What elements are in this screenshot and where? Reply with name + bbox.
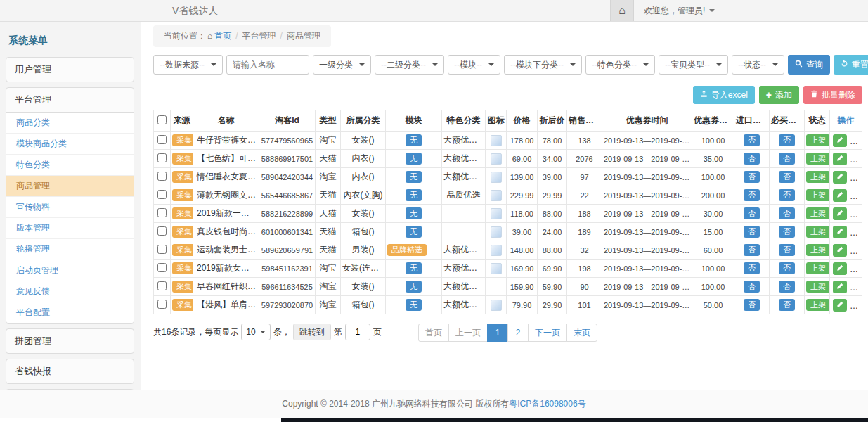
must-buy-toggle[interactable]: 否 (779, 171, 795, 184)
import-select-toggle[interactable]: 否 (744, 226, 760, 238)
jump-page-input[interactable] (345, 324, 370, 340)
home-button[interactable]: ⌂ (610, 0, 634, 21)
sidebar-subitem-3[interactable]: 商品管理 (6, 176, 134, 197)
import-select-toggle[interactable]: 否 (744, 244, 760, 257)
row-checkbox[interactable] (157, 281, 167, 290)
row-checkbox[interactable] (157, 263, 167, 272)
sidebar-subitem-1[interactable]: 模块商品分类 (6, 134, 134, 155)
breadcrumb-home-link[interactable]: 首页 (214, 31, 231, 41)
import-select-toggle[interactable]: 否 (744, 299, 760, 312)
search-button[interactable]: 查询 (788, 55, 830, 75)
status-toggle[interactable]: 上架 (806, 281, 830, 293)
must-buy-toggle[interactable]: 否 (779, 153, 795, 165)
import-select-toggle[interactable]: 否 (744, 262, 760, 275)
edit-button[interactable] (833, 262, 847, 275)
pager-item-2[interactable]: 1 (487, 324, 508, 342)
import-select-toggle[interactable]: 否 (744, 134, 760, 147)
row-checkbox[interactable] (157, 172, 167, 181)
status-toggle[interactable]: 上架 (806, 134, 830, 147)
row-checkbox[interactable] (157, 190, 167, 199)
must-buy-toggle[interactable]: 否 (779, 207, 795, 220)
import-select-toggle[interactable]: 否 (744, 281, 760, 293)
sidebar-item-3[interactable]: 省钱快报 (6, 359, 134, 383)
pager-item-5[interactable]: 末页 (566, 324, 597, 342)
must-buy-toggle[interactable]: 否 (779, 226, 795, 238)
sidebar-subitem-4[interactable]: 宣传物料 (6, 197, 134, 218)
jump-button[interactable]: 跳转到 (293, 324, 331, 340)
filter-select-0[interactable]: --数据来源-- (153, 55, 223, 75)
sidebar-subitem-2[interactable]: 特色分类 (6, 155, 134, 176)
name-search-input[interactable] (226, 55, 309, 75)
import-select-toggle[interactable]: 否 (744, 207, 760, 220)
filter-select-2[interactable]: 一级分类 (313, 55, 371, 75)
filter-select-5[interactable]: --模块下分类-- (504, 55, 582, 75)
status-toggle[interactable]: 上架 (806, 262, 830, 275)
pager-item-4[interactable]: 下一页 (528, 324, 567, 342)
product-name: 薄款无钢圈文胸聚拢性... (193, 186, 259, 205)
import-select-toggle[interactable]: 否 (744, 153, 760, 165)
per-page-select[interactable]: 10 (241, 324, 270, 340)
sidebar-subitem-8[interactable]: 意见反馈 (6, 281, 134, 302)
edit-button[interactable] (833, 134, 847, 147)
add-button[interactable]: + 添加 (759, 86, 799, 104)
row-checkbox[interactable] (157, 135, 167, 144)
pager-item-3[interactable]: 2 (507, 324, 529, 342)
select-all-checkbox[interactable] (157, 115, 167, 124)
reset-button[interactable]: 重置 (834, 55, 868, 75)
edit-button[interactable] (833, 281, 847, 293)
status-toggle[interactable]: 上架 (806, 171, 830, 184)
sidebar-subitem-9[interactable]: 平台配置 (6, 302, 134, 323)
sidebar-subitem-6[interactable]: 轮播管理 (6, 239, 134, 260)
row-checkbox[interactable] (157, 226, 167, 236)
status-toggle[interactable]: 上架 (806, 226, 830, 238)
edit-button[interactable] (833, 226, 847, 238)
pager-item-0[interactable]: 首页 (418, 324, 449, 342)
status-toggle[interactable]: 上架 (806, 207, 830, 220)
user-menu[interactable]: 欢迎您，管理员! (634, 0, 725, 21)
pager-item-1[interactable]: 上一页 (448, 324, 488, 342)
filter-select-value: 一级分类 (319, 59, 353, 71)
must-buy-toggle[interactable]: 否 (779, 299, 795, 312)
sidebar-subitem-7[interactable]: 启动页管理 (6, 260, 134, 281)
status-toggle[interactable]: 上架 (806, 299, 830, 312)
table-row: 采集【七色纺】可爱纯棉家...588869917501天猫内衣()无大额优惠券6… (154, 150, 862, 168)
import-select-toggle[interactable]: 否 (744, 189, 760, 202)
row-checkbox[interactable] (157, 153, 167, 162)
import-select-toggle[interactable]: 否 (744, 171, 760, 184)
sidebar-item-1[interactable]: 平台管理 (6, 88, 134, 112)
row-checkbox[interactable] (157, 245, 167, 254)
edit-button[interactable] (833, 171, 847, 184)
must-buy-toggle[interactable]: 否 (779, 244, 795, 257)
sidebar-subitem-0[interactable]: 商品分类 (6, 113, 134, 134)
must-buy-toggle[interactable]: 否 (779, 262, 795, 275)
edit-button[interactable] (833, 153, 847, 165)
row-checkbox[interactable] (157, 300, 167, 309)
filter-select-4[interactable]: --模块-- (448, 55, 500, 75)
sidebar-item-0[interactable]: 用户管理 (6, 58, 134, 82)
edit-button[interactable] (833, 299, 847, 312)
edit-button[interactable] (833, 244, 847, 257)
product-thumbnail (491, 300, 502, 311)
status-toggle[interactable]: 上架 (806, 189, 830, 202)
filter-select-8[interactable]: --状态-- (732, 55, 784, 75)
must-buy-toggle[interactable]: 否 (779, 189, 795, 202)
status-toggle[interactable]: 上架 (806, 153, 830, 165)
row-checkbox[interactable] (157, 208, 167, 217)
must-buy-toggle[interactable]: 否 (779, 134, 795, 147)
status-toggle[interactable]: 上架 (806, 244, 830, 257)
filter-select-3[interactable]: --二级分类-- (375, 55, 444, 75)
source-badge: 采集 (172, 134, 193, 147)
edit-button[interactable] (833, 207, 847, 220)
sidebar: 系统菜单 用户管理平台管理商品分类模块商品分类特色分类商品管理宣传物料版本管理轮… (0, 22, 141, 397)
filter-select-6[interactable]: --特色分类-- (585, 55, 655, 75)
filter-select-7[interactable]: --宝贝类型-- (659, 55, 728, 75)
import-excel-button[interactable]: 导入excel (693, 86, 755, 104)
caret-down-icon (432, 63, 438, 66)
batch-delete-button[interactable]: 批量删除 (803, 86, 862, 104)
sidebar-item-2[interactable]: 拼团管理 (6, 329, 134, 353)
icp-link[interactable]: 粤ICP备16098006号 (509, 399, 585, 409)
edit-button[interactable] (833, 189, 847, 202)
must-buy-toggle[interactable]: 否 (779, 281, 795, 293)
feature-category: 大额优惠券 (442, 260, 486, 278)
sidebar-subitem-5[interactable]: 版本管理 (6, 218, 134, 239)
